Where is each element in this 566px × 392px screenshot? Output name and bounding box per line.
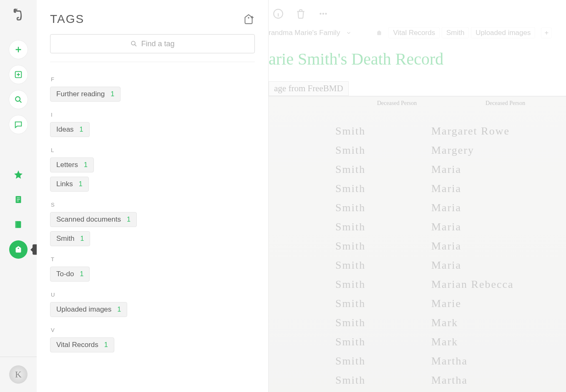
tag-count: 1: [117, 306, 121, 313]
svg-point-13: [325, 13, 327, 15]
scan-header-2: Deceased Person: [486, 100, 525, 107]
note-title[interactable]: arie Smith's Death Record: [269, 47, 566, 81]
find-tag-placeholder: Find a tag: [141, 40, 174, 48]
new-notebook-button[interactable]: [9, 65, 28, 84]
account-avatar[interactable]: K: [9, 365, 28, 384]
add-tag-button[interactable]: +: [541, 27, 552, 38]
scan-row: SmithMaria: [335, 198, 558, 217]
tag-letter-heading: U: [51, 292, 255, 298]
tag-pill[interactable]: Smith1: [50, 231, 90, 246]
search-icon: [130, 40, 138, 47]
evernote-logo-icon: [11, 7, 25, 22]
notebooks-button[interactable]: [9, 215, 28, 234]
tag-icon: [376, 30, 382, 36]
tag-pill[interactable]: Vital Records1: [50, 337, 114, 352]
scan-header-1: Deceased Person: [377, 100, 417, 107]
tag-count: 1: [80, 126, 83, 133]
scan-row: SmithMark: [335, 313, 558, 332]
tag-list: FFurther reading1IIdeas1LLetters1Links1S…: [37, 70, 268, 392]
scan-row: SmithMartha: [335, 390, 558, 392]
tags-button[interactable]: [9, 240, 28, 259]
tag-pill[interactable]: Links1: [50, 177, 89, 192]
tag-pill[interactable]: To-do1: [50, 267, 90, 282]
search-button[interactable]: [9, 90, 28, 109]
scan-row: SmithMaria: [335, 256, 558, 275]
scan-row: SmithMark: [335, 332, 558, 352]
tag-letter-heading: S: [51, 202, 255, 208]
scan-row: SmithMaria: [335, 160, 558, 179]
left-rail: TAGS K: [0, 0, 37, 392]
svg-rect-4: [17, 199, 20, 200]
note-tag-chip[interactable]: Smith: [442, 27, 469, 38]
tag-count: 1: [80, 270, 84, 278]
svg-point-9: [131, 41, 135, 45]
svg-point-8: [248, 17, 249, 18]
svg-rect-3: [17, 197, 20, 198]
note-tag-chip[interactable]: Uploaded images: [471, 27, 535, 38]
shortcuts-button[interactable]: [9, 165, 28, 184]
tag-pill[interactable]: Uploaded images1: [50, 302, 127, 317]
panel-title: TAGS: [50, 12, 242, 26]
image-caption: age from FreeBMD: [269, 81, 349, 96]
svg-point-11: [319, 13, 321, 15]
tag-letter-heading: T: [51, 256, 255, 262]
svg-point-12: [322, 13, 324, 15]
scan-row: SmithMartha: [335, 352, 558, 371]
tag-letter-heading: L: [51, 147, 255, 153]
scanned-document-image: Deceased Person Deceased Person SmithMar…: [269, 96, 566, 392]
svg-rect-6: [15, 221, 16, 228]
scan-row: SmithMargery: [335, 141, 558, 160]
scan-row: SmithMaria: [335, 179, 558, 198]
scan-row: SmithMarian Rebecca: [335, 275, 558, 294]
note-area: randma Marie's Family Vital Records Smit…: [269, 0, 566, 392]
tag-letter-heading: F: [51, 76, 255, 82]
work-chat-button[interactable]: [9, 115, 28, 134]
info-icon[interactable]: [273, 8, 284, 19]
new-tag-icon[interactable]: [242, 13, 255, 25]
tag-count: 1: [111, 90, 114, 98]
tag-count: 1: [84, 161, 88, 169]
svg-point-1: [15, 97, 20, 101]
tag-count: 1: [79, 180, 83, 188]
tag-pill[interactable]: Letters1: [50, 157, 94, 172]
chevron-down-icon: [346, 30, 352, 36]
tag-letter-heading: V: [51, 327, 255, 333]
notebook-name[interactable]: randma Marie's Family: [269, 29, 340, 37]
tag-pill[interactable]: Further reading1: [50, 87, 121, 102]
find-tag-input[interactable]: Find a tag: [50, 34, 255, 53]
scan-row: SmithMaria: [335, 217, 558, 237]
scan-row: SmithMarie: [335, 294, 558, 313]
tag-count: 1: [104, 341, 108, 349]
tag-count: 1: [80, 235, 84, 242]
new-note-button[interactable]: [9, 40, 28, 59]
scan-row: SmithMaria: [335, 237, 558, 256]
tag-letter-heading: I: [51, 112, 255, 118]
trash-icon[interactable]: [295, 8, 306, 19]
tags-panel: TAGS Find a tag FFurther reading1IIdeas1…: [37, 0, 269, 392]
scan-row: SmithMargaret Rowe: [335, 122, 558, 141]
svg-rect-5: [17, 201, 19, 201]
more-icon[interactable]: [318, 8, 329, 19]
scan-row: SmithMartha: [335, 371, 558, 390]
note-tag-chip[interactable]: Vital Records: [388, 27, 440, 38]
tag-pill[interactable]: Ideas1: [50, 122, 90, 137]
tags-nav-wrap: TAGS: [9, 240, 28, 259]
tag-count: 1: [127, 216, 131, 223]
notes-button[interactable]: [9, 190, 28, 209]
tag-pill[interactable]: Scanned documents1: [50, 212, 137, 227]
svg-point-7: [18, 248, 19, 249]
